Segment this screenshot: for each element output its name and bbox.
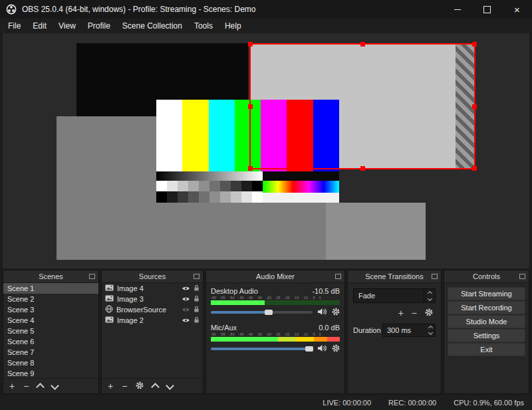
meter-scale-ticks: -60 -55 -50 -45 -40 -35 -30 -25 -20 -15 … bbox=[211, 296, 340, 300]
visibility-eye-icon[interactable] bbox=[182, 295, 190, 303]
scenes-dock-header: Scenes bbox=[3, 270, 98, 283]
source-properties-gear-icon[interactable] bbox=[136, 381, 144, 391]
remove-transition-button[interactable]: − bbox=[412, 308, 417, 318]
title-bar: OBS 25.0.4 (64-bit, windows) - Profile: … bbox=[0, 0, 532, 19]
add-scene-button[interactable]: + bbox=[9, 381, 15, 391]
selection-handle-e[interactable] bbox=[472, 104, 477, 109]
menu-help[interactable]: Help bbox=[219, 19, 247, 33]
test-pattern-bottom bbox=[156, 171, 339, 203]
scene-list-item[interactable]: Scene 6 bbox=[3, 336, 98, 347]
source-list-item[interactable]: Image 2 bbox=[102, 315, 203, 326]
color-bar bbox=[209, 100, 235, 171]
channel-settings-gear-icon[interactable] bbox=[332, 343, 340, 355]
audio-mixer-dock-header: Audio Mixer bbox=[206, 270, 344, 283]
menu-tools[interactable]: Tools bbox=[188, 19, 219, 33]
volume-meter bbox=[211, 337, 340, 342]
window-controls: × bbox=[442, 0, 532, 19]
combo-arrows-icon bbox=[424, 289, 435, 302]
hue-gradient-strip bbox=[263, 181, 339, 193]
selection-handle-w[interactable] bbox=[248, 104, 253, 109]
mixer-body: Desktop Audio -10.5 dB -60 -55 -50 -45 -… bbox=[206, 283, 344, 393]
exit-button[interactable]: Exit bbox=[448, 343, 525, 356]
transition-selected-value: Fade bbox=[354, 292, 424, 300]
close-icon: × bbox=[514, 5, 520, 15]
selection-handle-nw[interactable] bbox=[248, 42, 253, 47]
duration-value: 300 ms bbox=[383, 326, 426, 334]
volume-slider[interactable] bbox=[211, 344, 313, 354]
source-rect-gray-bottom[interactable] bbox=[326, 203, 426, 260]
maximize-button[interactable] bbox=[472, 0, 502, 19]
move-scene-down-button[interactable] bbox=[51, 381, 60, 390]
transition-select[interactable]: Fade bbox=[353, 288, 436, 303]
visibility-eye-icon[interactable] bbox=[182, 284, 190, 292]
scene-list-item[interactable]: Scene 7 bbox=[3, 347, 98, 358]
obs-logo-icon bbox=[6, 4, 17, 15]
selection-handle-ne[interactable] bbox=[472, 42, 477, 47]
window-title: OBS 25.0.4 (64-bit, windows) - Profile: … bbox=[22, 5, 255, 14]
lock-icon[interactable] bbox=[194, 295, 200, 304]
source-list-item[interactable]: Image 4 bbox=[102, 283, 203, 294]
speaker-mute-icon[interactable] bbox=[317, 343, 327, 355]
scene-list-item[interactable]: Scene 5 bbox=[3, 326, 98, 336]
settings-button[interactable]: Settings bbox=[448, 329, 525, 342]
menu-edit[interactable]: Edit bbox=[27, 19, 53, 33]
remove-source-button[interactable]: − bbox=[122, 381, 127, 391]
menu-view[interactable]: View bbox=[53, 19, 82, 33]
scenes-dock: Scenes Scene 1 Scene 2 Scene 3 Scene 4 S… bbox=[3, 270, 99, 394]
volume-slider-handle[interactable] bbox=[265, 310, 273, 315]
dock-area: Scenes Scene 1 Scene 2 Scene 3 Scene 4 S… bbox=[0, 270, 532, 394]
browser-source-icon bbox=[105, 305, 113, 314]
channel-name: Desktop Audio bbox=[211, 286, 258, 296]
selection-handle-n[interactable] bbox=[360, 42, 365, 47]
controls-body: Start Streaming Start Recording Studio M… bbox=[444, 283, 529, 393]
scene-list-item[interactable]: Scene 9 bbox=[3, 368, 98, 378]
close-button[interactable]: × bbox=[502, 0, 532, 19]
sources-dock-header: Sources bbox=[102, 270, 203, 283]
selection-outline[interactable] bbox=[249, 43, 475, 169]
remove-scene-button[interactable]: − bbox=[23, 381, 29, 391]
move-scene-up-button[interactable] bbox=[37, 383, 45, 391]
transition-properties-gear-icon[interactable] bbox=[425, 308, 433, 318]
rec-timer: REC: 00:00:00 bbox=[388, 399, 436, 407]
menu-bar: File Edit View Profile Scene Collection … bbox=[0, 19, 532, 33]
menu-profile[interactable]: Profile bbox=[82, 19, 116, 33]
source-list-item[interactable]: BrowserSource bbox=[102, 304, 203, 315]
start-streaming-button[interactable]: Start Streaming bbox=[448, 287, 525, 300]
scene-list-item[interactable]: Scene 8 bbox=[3, 358, 98, 368]
menu-file[interactable]: File bbox=[2, 19, 27, 33]
move-source-down-button[interactable] bbox=[166, 381, 175, 390]
start-recording-button[interactable]: Start Recording bbox=[448, 301, 525, 314]
scene-list-item[interactable]: Scene 1 bbox=[3, 283, 98, 294]
scene-list-item[interactable]: Scene 2 bbox=[3, 294, 98, 304]
move-source-up-button[interactable] bbox=[152, 383, 160, 391]
channel-settings-gear-icon[interactable] bbox=[332, 306, 340, 318]
volume-slider-handle[interactable] bbox=[305, 346, 313, 352]
scene-list-item[interactable]: Scene 3 bbox=[3, 304, 98, 315]
add-transition-button[interactable]: + bbox=[398, 308, 404, 318]
selection-handle-se[interactable] bbox=[472, 166, 477, 171]
selection-handle-sw[interactable] bbox=[248, 166, 253, 171]
source-list-item[interactable]: Image 3 bbox=[102, 294, 203, 304]
live-timer: LIVE: 00:00:00 bbox=[323, 399, 371, 407]
visibility-eye-icon-hidden[interactable] bbox=[182, 306, 190, 314]
speaker-mute-icon[interactable] bbox=[317, 306, 327, 318]
scene-list: Scene 1 Scene 2 Scene 3 Scene 4 Scene 5 … bbox=[3, 283, 98, 378]
maximize-icon bbox=[483, 6, 491, 13]
minimize-button[interactable] bbox=[442, 0, 472, 19]
menu-scene-collection[interactable]: Scene Collection bbox=[116, 19, 188, 33]
white-strip bbox=[263, 193, 339, 203]
spinbox-arrows-icon[interactable] bbox=[426, 326, 435, 334]
lock-icon[interactable] bbox=[194, 284, 200, 293]
channel-name: Mic/Aux bbox=[211, 323, 237, 332]
add-source-button[interactable]: + bbox=[108, 381, 113, 391]
visibility-eye-icon[interactable] bbox=[182, 316, 190, 324]
duration-spinbox[interactable]: 300 ms bbox=[382, 324, 436, 337]
studio-mode-button[interactable]: Studio Mode bbox=[448, 315, 525, 328]
volume-slider[interactable] bbox=[211, 307, 313, 318]
lock-icon[interactable] bbox=[194, 316, 200, 325]
lock-icon[interactable] bbox=[194, 306, 200, 314]
scene-list-item[interactable]: Scene 4 bbox=[3, 315, 98, 326]
controls-dock-title: Controls bbox=[473, 272, 500, 280]
sources-dock-title: Sources bbox=[139, 272, 166, 280]
selection-handle-s[interactable] bbox=[360, 166, 365, 171]
